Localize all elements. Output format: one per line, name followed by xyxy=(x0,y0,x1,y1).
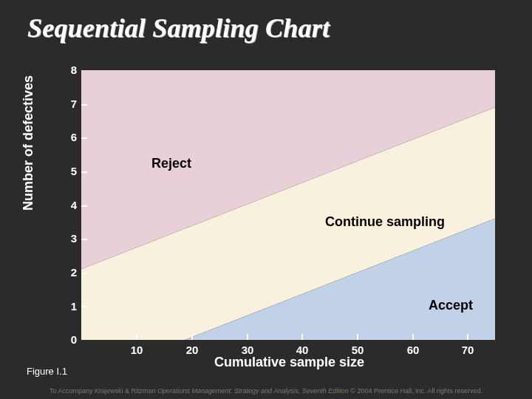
label-accept: Accept xyxy=(429,298,473,313)
slide: { "title": "Sequential Sampling Chart", … xyxy=(0,0,532,399)
ytick-mark xyxy=(81,104,87,106)
xtick-mark xyxy=(357,334,358,340)
ytick-4: 4 xyxy=(56,199,77,211)
ytick-8: 8 xyxy=(56,64,77,76)
ytick-mark xyxy=(81,273,87,274)
xtick-70: 70 xyxy=(457,344,479,356)
plot-area: Reject Continue sampling Accept xyxy=(81,70,495,340)
xtick-60: 60 xyxy=(402,344,424,356)
chart: Reject Continue sampling Accept 8 7 6 5 … xyxy=(81,70,495,340)
slide-title: Sequential Sampling Chart Sequential Sam… xyxy=(28,13,330,44)
label-continue: Continue sampling xyxy=(325,214,445,230)
xtick-mark xyxy=(136,334,137,340)
figure-label: Figure I.1 xyxy=(27,366,67,377)
ytick-mark xyxy=(81,205,87,207)
ytick-7: 7 xyxy=(56,98,77,110)
xtick-mark xyxy=(412,334,414,340)
ytick-mark xyxy=(81,171,87,173)
y-axis-label: Number of defectives xyxy=(21,75,36,211)
label-reject: Reject xyxy=(151,156,191,171)
ytick-3: 3 xyxy=(56,232,77,245)
xtick-20: 20 xyxy=(181,344,203,356)
xtick-mark xyxy=(191,334,193,340)
ytick-2: 2 xyxy=(56,266,77,279)
xtick-mark xyxy=(247,334,248,340)
xtick-10: 10 xyxy=(126,344,148,356)
x-axis-label: Cumulative sample size xyxy=(214,355,364,370)
xtick-mark xyxy=(467,334,468,340)
ytick-5: 5 xyxy=(56,165,77,177)
footer: To Accompany Krajewski & Ritzman Operati… xyxy=(0,387,532,395)
ytick-mark xyxy=(81,137,87,139)
ytick-6: 6 xyxy=(56,131,77,143)
footer-prefix: To Accompany Krajewski & Ritzman xyxy=(50,387,157,395)
xtick-mark xyxy=(301,334,303,340)
footer-italic: Operations Management: Strategy and Anal… xyxy=(157,387,349,395)
ytick-0: 0 xyxy=(56,333,77,346)
ytick-mark xyxy=(81,306,87,307)
footer-suffix: © 2004 Prentice Hall, Inc. All rights re… xyxy=(349,387,482,395)
ytick-1: 1 xyxy=(56,300,77,313)
ytick-mark xyxy=(81,239,87,240)
